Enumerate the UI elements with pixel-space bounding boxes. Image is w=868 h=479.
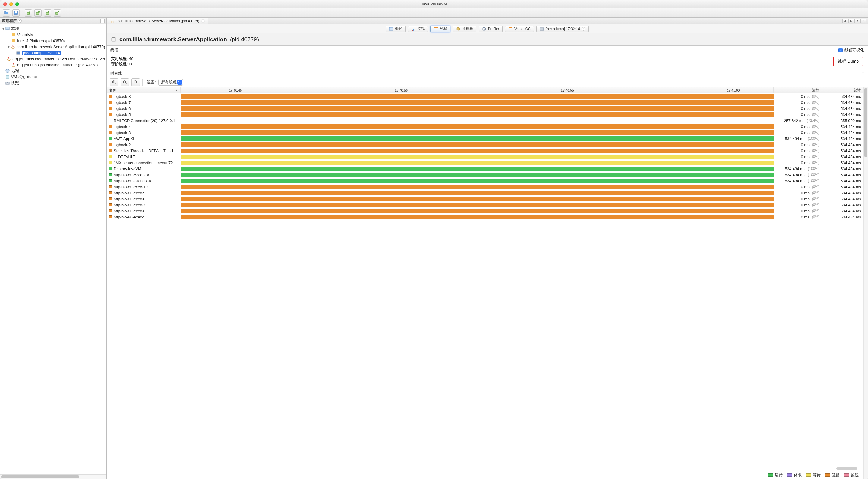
tab-visualgc[interactable]: Visual GC — [505, 26, 534, 32]
thread-total-value: 534,434 ms — [841, 113, 861, 117]
maximize-editor-button[interactable]: ▫ — [861, 19, 866, 24]
tree-node-visualvm[interactable]: VisualVM — [0, 32, 106, 38]
threads-visual-checkbox[interactable]: ✓ — [838, 48, 843, 52]
thread-row[interactable]: RMI TCP Connection(29)-127.0.0.1 257,642… — [107, 118, 864, 124]
thread-bar-cell — [181, 209, 774, 213]
tab-monitor[interactable]: 监视 — [408, 26, 428, 32]
thread-row[interactable]: logback-7 0 ms (0%) 534,434 ms — [107, 99, 864, 105]
tab-close-icon[interactable]: × — [201, 19, 205, 23]
add-remote-button[interactable]: + — [25, 9, 32, 17]
tab-profiler[interactable]: Profiler — [478, 26, 503, 32]
tree-node-maven[interactable]: org.jetbrains.idea.maven.server.RemoteMa… — [0, 56, 106, 62]
thread-table-v-scrollbar[interactable] — [864, 87, 868, 479]
add-jmx-button[interactable] — [34, 9, 41, 17]
tab-sampler[interactable]: 抽样器 — [453, 26, 476, 32]
thread-row[interactable]: logback-3 0 ms (0%) 534,434 ms — [107, 130, 864, 135]
thread-table-body[interactable]: logback-8 0 ms (0%) 534,434 ms logback-7… — [107, 93, 864, 467]
open-file-button[interactable] — [3, 9, 10, 17]
tree-node-serverapp[interactable]: ▼ com.lilian.framework.ServerApplication… — [0, 44, 106, 50]
zoom-out-button[interactable] — [121, 78, 129, 86]
tab-heapdump[interactable]: [heapdump] 17:32:14× — [536, 26, 589, 32]
timeline-h-scrollbar[interactable] — [107, 467, 864, 471]
tree-node-local[interactable]: ▼ 本地 — [0, 26, 106, 32]
thread-run-cell: 0 ms (0%) — [774, 185, 822, 189]
thread-total-value: 534,434 ms — [841, 172, 861, 177]
thread-row[interactable]: http-nio-80-Acceptor 534,434 ms (100%) 5… — [107, 172, 864, 178]
thread-row[interactable]: logback-6 0 ms (0%) 534,434 ms — [107, 105, 864, 111]
tab-heapdump-close-icon[interactable]: × — [582, 27, 585, 31]
svg-rect-3 — [15, 11, 17, 12]
threads-stats-row: 实时线程: 40 守护线程: 36 线程 Dump — [107, 54, 868, 70]
thread-row[interactable]: http-nio-80-exec-9 0 ms (0%) 534,434 ms — [107, 190, 864, 196]
timeline-collapse-icon[interactable]: × — [862, 71, 864, 75]
thread-row[interactable]: http-nio-80-exec-5 0 ms (0%) 534,434 ms — [107, 214, 864, 220]
thread-bar-cell — [181, 197, 774, 201]
thread-row[interactable]: DestroyJavaVM 534,434 ms (100%) 534,434 … — [107, 166, 864, 172]
thread-run-value: 534,434 ms — [785, 167, 805, 171]
thread-row[interactable]: logback-4 0 ms (0%) 534,434 ms — [107, 124, 864, 130]
thread-name-cell: AWT-AppKit — [107, 136, 181, 141]
thread-total-value: 534,434 ms — [841, 191, 861, 195]
tree-node-intellij[interactable]: IntelliJ Platform (pid 40570) — [0, 38, 106, 44]
thread-run-pct: (0%) — [812, 155, 819, 159]
tree-node-heapdump[interactable]: [heapdump] 17:32:14 — [0, 50, 106, 56]
svg-point-27 — [111, 21, 114, 23]
tab-list-button[interactable]: ▾ — [855, 19, 860, 24]
thread-name-label: logback-6 — [114, 106, 130, 111]
add-coredump-button[interactable] — [44, 9, 51, 17]
thread-total-cell: 534,434 ms — [822, 161, 864, 165]
sampler-icon — [456, 27, 460, 31]
thread-name-cell: JMX server connection timeout 72 — [107, 161, 181, 165]
thread-total-value: 534,434 ms — [841, 106, 861, 111]
thread-total-cell: 534,434 ms — [822, 215, 864, 219]
thread-row[interactable]: Statistics Thread-__DEFAULT__-1 0 ms (0%… — [107, 148, 864, 154]
zoom-in-button[interactable] — [110, 78, 118, 86]
tab-scroll-right-button[interactable]: ▶ — [848, 19, 854, 24]
thread-bar-cell — [181, 94, 774, 98]
thread-row[interactable]: http-nio-80-exec-6 0 ms (0%) 534,434 ms — [107, 208, 864, 214]
col-header-timeline[interactable]: 17:40:45 17:40:50 17:40:55 17:41:00 — [181, 87, 774, 93]
thread-run-value: 0 ms — [801, 149, 809, 153]
thread-row[interactable]: http-nio-80-ClientPoller 534,434 ms (100… — [107, 178, 864, 184]
document-tab-serverapp[interactable]: com lilian framework ServerApplication (… — [107, 18, 208, 24]
tree-node-snapshot[interactable]: 快照 — [0, 80, 106, 86]
col-header-name[interactable]: 名称▲ — [107, 87, 181, 93]
thread-name-label: http-nio-80-exec-10 — [114, 185, 148, 189]
thread-row[interactable]: logback-8 0 ms (0%) 534,434 ms — [107, 93, 864, 99]
sidebar-close-icon[interactable]: × — [18, 19, 22, 23]
thread-total-cell: 534,434 ms — [822, 197, 864, 201]
thread-row[interactable]: logback-5 0 ms (0%) 534,434 ms — [107, 111, 864, 118]
thread-row[interactable]: http-nio-80-exec-8 0 ms (0%) 534,434 ms — [107, 196, 864, 202]
save-button[interactable] — [12, 9, 20, 17]
svg-rect-40 — [509, 29, 513, 29]
tree-node-vmcore[interactable]: VM 核心 dump — [0, 74, 106, 80]
thread-total-cell: 534,434 ms — [822, 113, 864, 117]
add-snapshot-button[interactable] — [54, 9, 61, 17]
thread-run-cell: 534,434 ms (100%) — [774, 136, 822, 141]
thread-row[interactable]: __DEFAULT__ 0 ms (0%) 534,434 ms — [107, 154, 864, 160]
tab-scroll-left-button[interactable]: ◀ — [842, 19, 848, 24]
threads-visual-label: 线程可视化 — [844, 47, 864, 53]
thread-row[interactable]: http-nio-80-exec-10 0 ms (0%) 534,434 ms — [107, 184, 864, 190]
tree-node-remote[interactable]: 远程 — [0, 68, 106, 74]
thread-run-value: 0 ms — [801, 191, 809, 195]
col-header-total[interactable]: 总计 — [822, 87, 864, 93]
view-select[interactable]: 所有线程 ⌃⌄ — [158, 79, 183, 86]
zoom-fit-button[interactable] — [131, 78, 140, 86]
computer-icon — [5, 26, 10, 31]
thread-dump-button[interactable]: 线程 Dump — [833, 57, 864, 66]
sidebar-minimize-button[interactable]: – — [100, 19, 104, 23]
thread-row[interactable]: logback-2 0 ms (0%) 534,434 ms — [107, 141, 864, 148]
sidebar-h-scrollbar[interactable] — [0, 475, 106, 479]
thread-name-label: logback-5 — [114, 113, 130, 117]
thread-row[interactable]: JMX server connection timeout 72 0 ms (0… — [107, 160, 864, 166]
thread-row[interactable]: http-nio-80-exec-7 0 ms (0%) 534,434 ms — [107, 202, 864, 208]
tree-node-launcher[interactable]: org.jetbrains.jps.cmdline.Launcher (pid … — [0, 62, 106, 68]
col-header-run[interactable]: 运行 — [774, 87, 822, 93]
applications-tree[interactable]: ▼ 本地 VisualVM IntelliJ Platform (pid 405… — [0, 24, 106, 475]
thread-row[interactable]: AWT-AppKit 534,434 ms (100%) 534,434 ms — [107, 135, 864, 141]
visualvm-icon — [11, 32, 16, 37]
tab-threads[interactable]: 线程 — [430, 26, 450, 32]
tab-overview[interactable]: 概述 — [386, 26, 406, 32]
titlebar: Java VisualVM — [0, 0, 868, 8]
